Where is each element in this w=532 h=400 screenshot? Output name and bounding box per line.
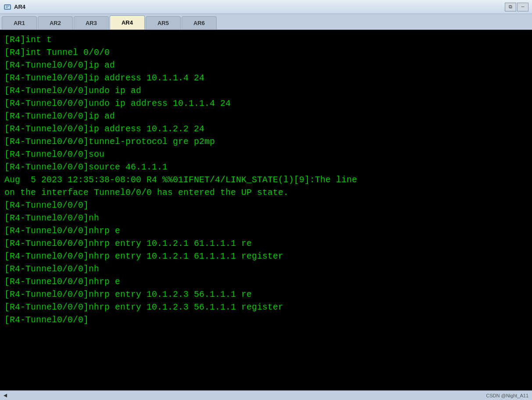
tab-ar6[interactable]: AR6 bbox=[182, 16, 217, 29]
title-bar: AR4 ⧉ ─ bbox=[0, 0, 532, 14]
tab-ar3[interactable]: AR3 bbox=[74, 16, 109, 29]
terminal-content: [R4]int t [R4]int Tunnel 0/0/0 [R4-Tunne… bbox=[4, 33, 528, 326]
restore-button[interactable]: ⧉ bbox=[505, 3, 516, 11]
watermark-text: CSDN @Night_A11 bbox=[486, 393, 528, 398]
title-bar-buttons: ⧉ ─ bbox=[505, 3, 528, 11]
app-icon bbox=[4, 3, 11, 11]
tab-bar: AR1 AR2 AR3 AR4 AR5 AR6 bbox=[0, 14, 532, 30]
tab-ar1[interactable]: AR1 bbox=[2, 16, 37, 29]
title-bar-left: AR4 bbox=[4, 3, 25, 11]
scroll-left-indicator[interactable]: ◄ bbox=[4, 392, 7, 399]
terminal-area[interactable]: [R4]int t [R4]int Tunnel 0/0/0 [R4-Tunne… bbox=[0, 30, 532, 390]
minimize-button[interactable]: ─ bbox=[517, 3, 528, 11]
status-bar: ◄ CSDN @Night_A11 bbox=[0, 390, 532, 400]
main-window: AR4 ⧉ ─ AR1 AR2 AR3 AR4 AR5 AR6 [R4]int … bbox=[0, 0, 532, 400]
tab-ar5[interactable]: AR5 bbox=[146, 16, 181, 29]
window-title: AR4 bbox=[14, 4, 25, 10]
tab-ar2[interactable]: AR2 bbox=[38, 16, 73, 29]
tab-ar4[interactable]: AR4 bbox=[110, 15, 145, 29]
svg-rect-0 bbox=[4, 5, 11, 9]
